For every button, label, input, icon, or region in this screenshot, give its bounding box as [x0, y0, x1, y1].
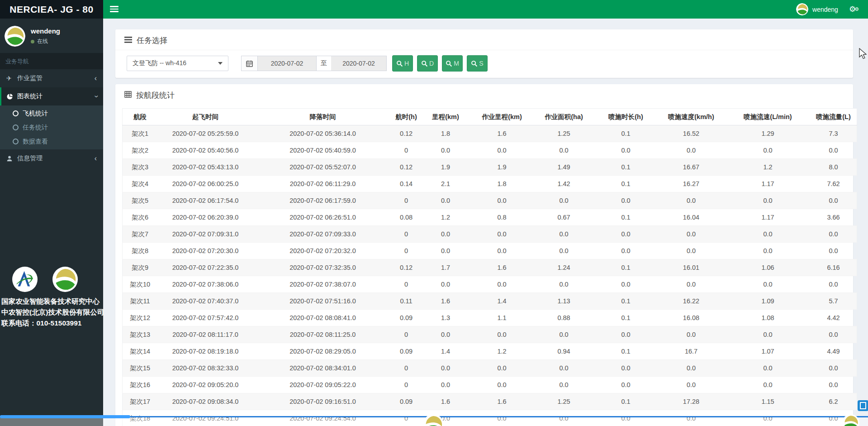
overlay-document-icon[interactable]	[858, 400, 868, 411]
table-row: 架次52020-07-02 06:17:54.02020-07-02 06:17…	[123, 192, 857, 209]
value-cell: 1.15	[726, 393, 810, 410]
value-cell: 2020-07-02 05:40:59.0	[253, 142, 392, 159]
value-cell: 0.1	[595, 209, 657, 226]
video-progress-played[interactable]	[0, 415, 130, 418]
task-select[interactable]: 文登飞防 -- wh-416	[127, 56, 228, 71]
value-cell: 0.0	[471, 192, 533, 209]
value-cell: 2020-07-02 07:38:06.0	[157, 276, 253, 293]
search-s-button[interactable]: S	[467, 55, 488, 72]
value-cell: 0.0	[657, 326, 726, 343]
value-cell: 0	[392, 142, 420, 159]
panel-title: 按航段统计	[136, 90, 175, 101]
search-d-button[interactable]: D	[417, 55, 438, 72]
column-header: 航时(h)	[392, 109, 420, 125]
value-cell: 16.22	[657, 293, 726, 310]
value-cell: 0.0	[657, 226, 726, 243]
brand-title: NERCIEA- JG - 80	[0, 0, 103, 19]
value-cell: 0.0	[726, 226, 810, 243]
value-cell: 2020-07-02 08:34:01.0	[253, 360, 392, 377]
column-header: 降落时间	[253, 109, 392, 125]
value-cell: 0.0	[726, 192, 810, 209]
value-cell: 16.01	[657, 259, 726, 276]
sidebar-item-work-monitor[interactable]: ✈ 作业监管 ‹	[0, 69, 103, 87]
sidebar-username: wendeng	[31, 27, 60, 35]
date-from-input[interactable]	[258, 56, 317, 71]
column-header: 喷施速度(km/h)	[657, 109, 726, 125]
search-m-button[interactable]: M	[442, 55, 463, 72]
company-logo	[52, 267, 78, 292]
value-cell: 1.2	[420, 209, 471, 226]
calendar-icon	[241, 56, 258, 71]
value-cell: 1.7	[420, 259, 471, 276]
value-cell: 6.2	[810, 393, 857, 410]
table-row: 架次22020-07-02 05:40:56.02020-07-02 05:40…	[123, 142, 857, 159]
value-cell: 3.66	[810, 209, 857, 226]
value-cell: 0.0	[420, 326, 471, 343]
segment-cell: 架次4	[123, 176, 158, 192]
value-cell: 0.0	[533, 226, 595, 243]
value-cell: 0	[392, 243, 420, 259]
value-cell: 2020-07-02 07:32:35.0	[253, 259, 392, 276]
application-window: NERCIEA- JG - 80 wendeng ⚙⚙ wendeng 在线 业…	[0, 0, 868, 426]
search-h-button[interactable]: H	[392, 55, 413, 72]
value-cell: 2020-07-02 09:16:51.0	[253, 393, 392, 410]
column-header: 喷施流量(L)	[810, 109, 857, 125]
sidebar-item-chart-stats[interactable]: 图表统计 ‹	[0, 87, 103, 105]
value-cell: 2020-07-02 08:19:18.0	[157, 343, 253, 360]
segment-cell: 架次11	[123, 293, 158, 310]
value-cell: 0.09	[392, 343, 420, 360]
value-cell: 0.0	[471, 377, 533, 393]
column-header: 作业里程(km)	[471, 109, 533, 125]
value-cell: 0	[392, 377, 420, 393]
value-cell: 0.0	[533, 276, 595, 293]
value-cell: 2020-07-02 06:20:39.0	[157, 209, 253, 226]
value-cell: 0.0	[810, 142, 857, 159]
value-cell: 0.0	[471, 276, 533, 293]
date-to-input[interactable]	[331, 56, 387, 71]
value-cell: 0.0	[595, 243, 657, 259]
table-grid-icon	[124, 91, 132, 100]
overlay-green-logo-icon[interactable]	[842, 414, 859, 426]
value-cell: 0.1	[595, 159, 657, 176]
value-cell: 2020-07-02 06:17:59.0	[253, 192, 392, 209]
sidebar-item-info-mgmt[interactable]: 信息管理 ‹	[0, 149, 103, 168]
value-cell: 16.04	[657, 209, 726, 226]
value-cell: 1.6	[471, 125, 533, 142]
value-cell: 0.0	[595, 192, 657, 209]
table-row: 架次12020-07-02 05:25:59.02020-07-02 05:36…	[123, 125, 857, 142]
value-cell: 0.1	[595, 125, 657, 142]
value-cell: 2020-07-02 07:51:16.0	[253, 293, 392, 310]
value-cell: 1.06	[726, 259, 810, 276]
sidebar-footer: 国家农业智能装备技术研究中心 中农智控(北京)技术股份有限公司 联系电话：010…	[0, 267, 103, 329]
sidebar-toggle-hamburger-icon[interactable]	[110, 6, 119, 13]
user-menu[interactable]: wendeng	[793, 0, 841, 19]
value-cell: 0.0	[595, 142, 657, 159]
value-cell: 0.1	[595, 393, 657, 410]
value-cell: 2020-07-02 07:09:33.0	[253, 226, 392, 243]
value-cell: 16.67	[657, 159, 726, 176]
segment-cell: 架次12	[123, 310, 158, 326]
value-cell: 1.9	[471, 159, 533, 176]
settings-gears-icon[interactable]: ⚙⚙	[845, 0, 863, 19]
value-cell: 0.0	[810, 226, 857, 243]
value-cell: 16.7	[657, 343, 726, 360]
value-cell: 1.8	[420, 125, 471, 142]
button-letter: D	[429, 60, 434, 67]
sidebar-submenu-item[interactable]: 任务统计	[0, 120, 103, 134]
sidebar-submenu-item[interactable]: 数据查看	[0, 134, 103, 148]
value-cell: 17.28	[657, 393, 726, 410]
value-cell: 0.0	[810, 276, 857, 293]
segment-cell: 架次7	[123, 226, 158, 243]
segment-cell: 架次5	[123, 192, 158, 209]
plane-icon: ✈	[6, 75, 17, 82]
submenu-item-label: 数据查看	[23, 138, 48, 146]
column-header: 作业面积(ha)	[533, 109, 595, 125]
value-cell: 0.0	[657, 243, 726, 259]
button-letter: M	[454, 60, 459, 67]
value-cell: 1.17	[726, 209, 810, 226]
sidebar-submenu-item[interactable]: 飞机统计	[0, 106, 103, 120]
button-letter: H	[404, 60, 409, 67]
value-cell: 0.09	[392, 393, 420, 410]
value-cell: 1.09	[726, 293, 810, 310]
value-cell: 0	[392, 276, 420, 293]
